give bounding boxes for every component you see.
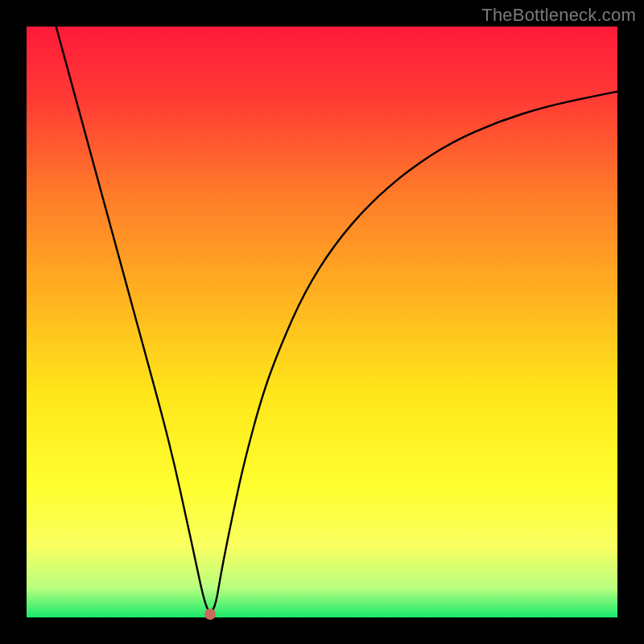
- chart-canvas: [27, 27, 617, 617]
- chart-frame: [27, 27, 617, 617]
- watermark-text: TheBottleneck.com: [481, 5, 636, 26]
- gradient-background: [27, 27, 617, 617]
- optimal-point-marker: [204, 609, 216, 620]
